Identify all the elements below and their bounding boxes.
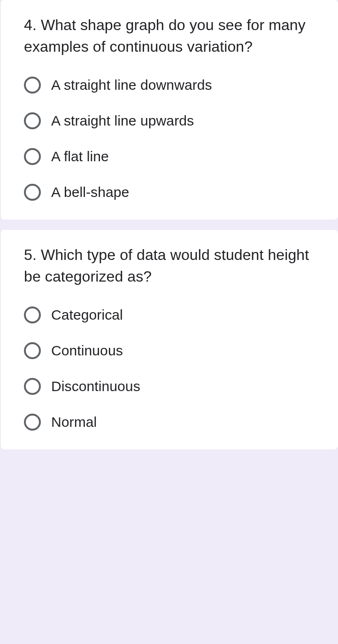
radio-option[interactable]: Discontinuous bbox=[24, 378, 324, 395]
radio-icon bbox=[24, 342, 41, 359]
option-label: A bell-shape bbox=[51, 184, 129, 200]
radio-option[interactable]: A flat line bbox=[24, 148, 324, 165]
radio-icon bbox=[24, 414, 41, 431]
question-title: 4. What shape graph do you see for many … bbox=[24, 14, 324, 58]
radio-option[interactable]: Continuous bbox=[24, 342, 324, 359]
option-label: Continuous bbox=[51, 343, 123, 359]
radio-icon bbox=[24, 148, 41, 165]
radio-icon bbox=[24, 184, 41, 201]
radio-icon bbox=[24, 378, 41, 395]
options-group: A straight line downwards A straight lin… bbox=[24, 77, 324, 201]
question-title: 5. Which type of data would student heig… bbox=[24, 244, 324, 288]
radio-option[interactable]: A straight line downwards bbox=[24, 77, 324, 94]
radio-icon bbox=[24, 112, 41, 129]
option-label: Discontinuous bbox=[51, 378, 140, 394]
radio-option[interactable]: A bell-shape bbox=[24, 184, 324, 201]
option-label: Categorical bbox=[51, 307, 123, 323]
option-label: A flat line bbox=[51, 149, 109, 165]
radio-option[interactable]: Categorical bbox=[24, 306, 324, 323]
question-card-4: 4. What shape graph do you see for many … bbox=[0, 0, 338, 220]
options-group: Categorical Continuous Discontinuous Nor… bbox=[24, 306, 324, 431]
radio-option[interactable]: Normal bbox=[24, 414, 324, 431]
radio-option[interactable]: A straight line upwards bbox=[24, 112, 324, 129]
option-label: A straight line downwards bbox=[51, 77, 212, 93]
question-card-5: 5. Which type of data would student heig… bbox=[0, 230, 338, 449]
radio-icon bbox=[24, 77, 41, 94]
option-label: A straight line upwards bbox=[51, 113, 194, 129]
radio-icon bbox=[24, 306, 41, 323]
option-label: Normal bbox=[51, 414, 97, 430]
